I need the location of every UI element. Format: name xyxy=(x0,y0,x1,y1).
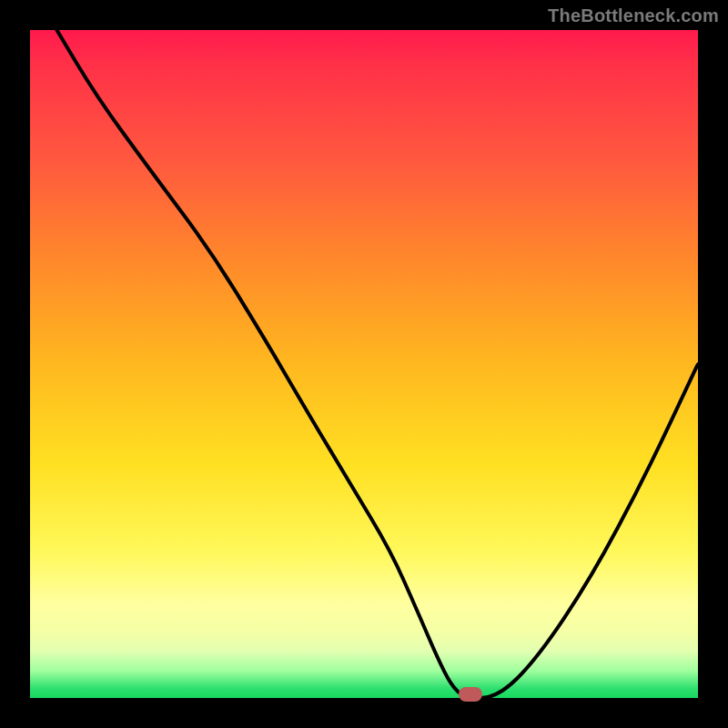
plot-area xyxy=(30,30,698,698)
bottleneck-curve xyxy=(56,30,698,698)
watermark-text: TheBottleneck.com xyxy=(548,5,719,26)
chart-container: TheBottleneck.com xyxy=(0,0,728,728)
curve-svg xyxy=(30,30,698,698)
optimal-point-marker xyxy=(459,687,482,702)
